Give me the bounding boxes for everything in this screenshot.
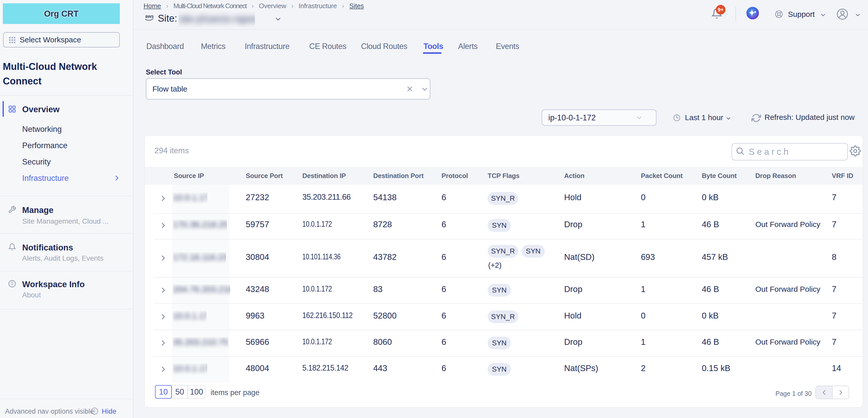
svg-text:aws: aws	[145, 14, 154, 19]
